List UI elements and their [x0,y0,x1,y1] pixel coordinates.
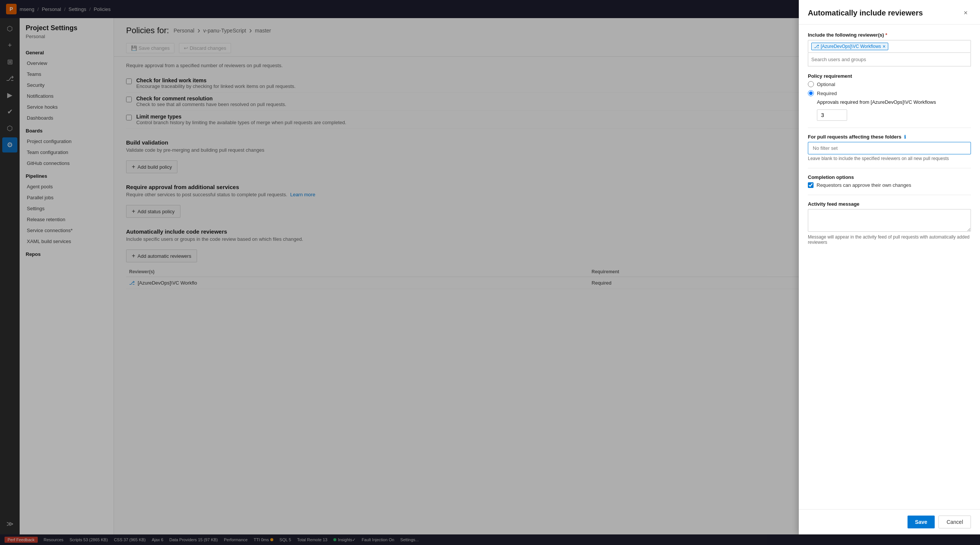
reviewers-label: Include the following reviewer(s) * [808,32,971,38]
completion-options-group: Completion options Requestors can approv… [808,174,971,188]
activity-feed-group: Activity feed message Message will appea… [808,201,971,245]
section-divider [808,127,971,128]
radio-required[interactable] [808,90,814,96]
folders-form-group: For pull requests affecting these folder… [808,134,971,161]
modal-overlay: Automatically include reviewers × Includ… [0,0,980,545]
modal-dialog: Automatically include reviewers × Includ… [799,0,980,534]
policy-requirement-label: Policy requirement [808,73,971,79]
radio-group: Optional Required [808,81,971,96]
approvals-sublabel: Approvals required from [AzureDevOps]\VC… [817,99,971,105]
modal-header: Automatically include reviewers × [799,0,980,25]
requestors-approve-option[interactable]: Requestors can approve their own changes [808,182,971,188]
option-required[interactable]: Required [808,90,971,96]
section-divider-3 [808,195,971,195]
approvals-input[interactable] [817,110,847,121]
search-users-input[interactable] [811,55,967,64]
folders-hint: Leave blank to include the specified rev… [808,156,971,161]
requestors-approve-checkbox[interactable] [808,182,813,188]
policy-requirement-group: Policy requirement Optional Required App… [808,73,971,121]
tag-branch-icon: ⎇ [814,44,819,49]
save-button[interactable]: Save [907,516,935,528]
folders-label: For pull requests affecting these folder… [808,134,971,140]
reviewers-form-group: Include the following reviewer(s) * ⎇ [A… [808,32,971,67]
reviewer-tag: ⎇ [AzureDevOps]\VC Workflows × [811,43,888,50]
completion-options-label: Completion options [808,174,971,180]
option-optional[interactable]: Optional [808,81,971,87]
activity-feed-label: Activity feed message [808,201,971,207]
folders-input[interactable] [808,142,971,154]
tag-close-button[interactable]: × [883,44,886,49]
info-icon: ℹ [904,134,906,140]
reviewers-tag-input[interactable]: ⎇ [AzureDevOps]\VC Workflows × [808,40,971,53]
modal-title: Automatically include reviewers [808,9,923,17]
section-divider-2 [808,168,971,168]
activity-feed-input[interactable] [808,209,971,232]
activity-feed-hint: Message will appear in the activity feed… [808,234,971,245]
modal-footer: Save Cancel [799,509,980,534]
radio-optional[interactable] [808,81,814,87]
modal-close-button[interactable]: × [960,8,971,18]
cancel-button[interactable]: Cancel [939,516,971,528]
modal-body: Include the following reviewer(s) * ⎇ [A… [799,25,980,509]
